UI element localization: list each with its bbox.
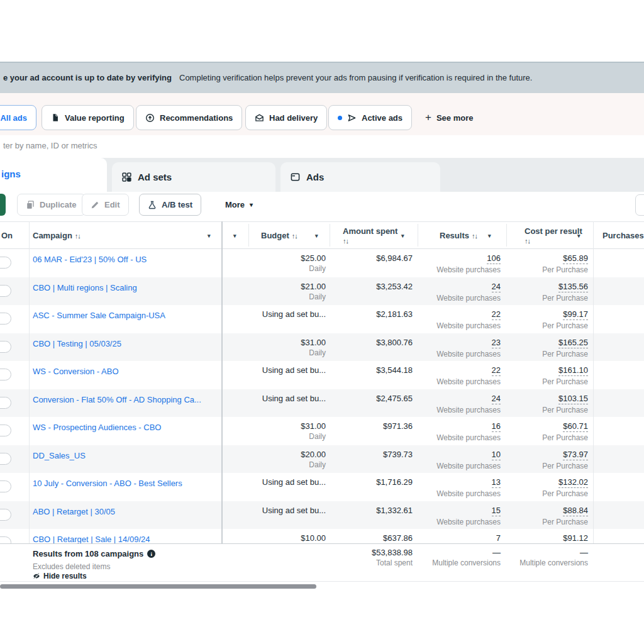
create-button-fragment[interactable] xyxy=(0,194,6,216)
cost-per-result-cell: $73.97Per Purchase xyxy=(503,450,588,470)
campaign-toggle[interactable] xyxy=(0,257,11,269)
document-icon xyxy=(51,113,60,122)
campaign-name-link[interactable]: 10 July - Conversion - ABO - Best Seller… xyxy=(33,479,182,488)
edit-button[interactable]: Edit xyxy=(82,194,129,216)
table-row[interactable]: 06 MAR - Eid'23 | 50% Off - US$25.00Dail… xyxy=(0,249,644,277)
campaign-name-link[interactable]: DD_Sales_US xyxy=(33,451,86,460)
tab-ads[interactable]: Ads xyxy=(280,162,440,192)
paper-plane-icon xyxy=(347,113,357,123)
filter-all-ads[interactable]: All ads xyxy=(0,105,36,130)
tab-campaigns-label: igns xyxy=(1,158,21,191)
cost-per-result-cell: $60.71Per Purchase xyxy=(503,421,588,442)
sort-icon: ↑↓ xyxy=(292,232,297,240)
campaign-name-link[interactable]: Conversion - Flat 50% Off - AD Shopping … xyxy=(33,395,201,404)
filter-had-delivery[interactable]: Had delivery xyxy=(245,105,327,130)
duplicate-button[interactable]: Duplicate xyxy=(17,194,86,216)
budget-cell: $21.00Daily xyxy=(250,282,326,301)
campaign-name-link[interactable]: 06 MAR - Eid'23 | 50% Off - US xyxy=(33,255,147,264)
divider xyxy=(593,221,594,582)
budget-cell: $31.00Daily xyxy=(250,421,326,441)
footer-total-spent: $53,838.98 Total spent xyxy=(330,548,413,567)
filter-recommendations[interactable]: Recommendations xyxy=(136,105,242,130)
budget-cell: Using ad set bu... xyxy=(250,477,326,487)
divider xyxy=(29,221,30,543)
campaign-name-link[interactable]: WS - Conversion - ABO xyxy=(33,367,119,376)
table-row[interactable]: Conversion - Flat 50% Off - AD Shopping … xyxy=(0,389,644,418)
filter-see-more[interactable]: + See more xyxy=(416,105,482,130)
tab-ad-sets-label: Ad sets xyxy=(138,172,172,182)
campaign-toggle[interactable] xyxy=(0,369,11,380)
col-results[interactable]: Results↑↓ xyxy=(440,231,477,240)
results-cell: 24Website purchases xyxy=(409,394,501,414)
table-row[interactable]: ABO | Retarget | 30/05Using ad set bu...… xyxy=(0,501,644,530)
budget-filter-icon[interactable]: ▾ xyxy=(315,233,318,239)
cost-per-result-cell: $99.17Per Purchase xyxy=(503,309,588,330)
budget-cell: Using ad set bu... xyxy=(250,365,326,375)
filter-had-delivery-label: Had delivery xyxy=(269,113,318,123)
table-row[interactable]: WS - Prospecting Audiences - CBO$31.00Da… xyxy=(0,417,644,445)
campaign-name-link[interactable]: CBO | Testing | 05/03/25 xyxy=(33,339,121,348)
divider xyxy=(506,224,507,247)
campaign-toggle[interactable] xyxy=(0,341,11,353)
col-campaign[interactable]: Campaign↑↓ xyxy=(33,231,80,240)
amount-spent-cell: $2,475.65 xyxy=(330,394,413,403)
table-row[interactable]: CBO | Testing | 05/03/25$31.00Daily$3,80… xyxy=(0,333,644,362)
edit-label: Edit xyxy=(104,200,120,209)
tab-ads-label: Ads xyxy=(306,172,324,182)
amount-spent-cell: $637.86 xyxy=(330,533,413,543)
amount-spent-cell: $739.73 xyxy=(330,450,413,459)
campaign-name-link[interactable]: ASC - Summer Sale Campaign-USA xyxy=(33,311,165,320)
frozen-pane-divider[interactable] xyxy=(221,221,223,582)
horizontal-scrollbar[interactable] xyxy=(0,584,316,589)
campaign-name-link[interactable]: WS - Prospecting Audiences - CBO xyxy=(33,423,161,432)
grid-icon xyxy=(122,172,131,182)
results-filter-icon[interactable]: ▾ xyxy=(488,233,491,239)
cost-per-result-cell: $132.02Per Purchase xyxy=(503,477,588,498)
campaign-toggle[interactable] xyxy=(0,509,11,521)
campaign-toggle[interactable] xyxy=(0,313,11,325)
filter-active-ads[interactable]: Active ads xyxy=(328,105,412,130)
campaign-name-link[interactable]: CBO | Multi regions | Scaling xyxy=(33,283,137,292)
col-purchases[interactable]: Purchases xyxy=(602,231,644,240)
table-row[interactable]: ASC - Summer Sale Campaign-USAUsing ad s… xyxy=(0,305,644,333)
ab-test-button[interactable]: A/B test xyxy=(139,194,201,216)
campaign-toggle[interactable] xyxy=(0,480,11,492)
info-icon[interactable]: i xyxy=(147,550,155,558)
campaign-name-link[interactable]: ABO | Retarget | 30/05 xyxy=(33,507,115,516)
col-budget[interactable]: Budget↑↓ xyxy=(261,231,297,240)
cost-filter-icon[interactable]: ▾ xyxy=(577,233,580,239)
narrow-col-filter-icon[interactable]: ▾ xyxy=(233,233,236,239)
table-body: 06 MAR - Eid'23 | 50% Off - US$25.00Dail… xyxy=(0,249,644,557)
amount-spent-cell: $1,332.61 xyxy=(330,506,413,515)
budget-cell: Using ad set bu... xyxy=(250,309,326,319)
campaign-toggle[interactable] xyxy=(0,397,11,409)
table-row[interactable]: WS - Conversion - ABOUsing ad set bu...$… xyxy=(0,361,644,389)
tab-campaigns[interactable]: igns xyxy=(0,158,107,192)
tab-ad-sets[interactable]: Ad sets xyxy=(112,162,275,192)
table-row[interactable]: 10 July - Conversion - ABO - Best Seller… xyxy=(0,473,644,501)
table-header: On Campaign↑↓ ▾ ▾ Budget↑↓ ▾ Amount spen… xyxy=(0,221,644,249)
banner-bold-text: e your ad account is up to date by verif… xyxy=(3,63,172,93)
table-row[interactable]: CBO | Multi regions | Scaling$21.00Daily… xyxy=(0,277,644,306)
search-bar[interactable]: ter by name, ID or metrics xyxy=(0,135,644,158)
search-placeholder: ter by name, ID or metrics xyxy=(3,135,97,157)
partial-button[interactable] xyxy=(635,194,644,216)
campaign-toggle[interactable] xyxy=(0,285,11,297)
filter-value-reporting[interactable]: Value reporting xyxy=(42,105,134,130)
col-amount-spent[interactable]: Amount spent↑↓ xyxy=(343,226,406,246)
more-button[interactable]: More ▾ xyxy=(217,194,261,216)
footer-cost: — Multiple conversions xyxy=(503,548,588,567)
excludes-note: Excludes deleted items xyxy=(33,562,110,571)
results-cell: 13Website purchases xyxy=(409,477,501,498)
hide-results-button[interactable]: Hide results xyxy=(33,572,87,580)
campaign-filter-icon[interactable]: ▾ xyxy=(208,233,211,239)
active-dot-icon xyxy=(338,116,342,120)
amount-filter-icon[interactable]: ▾ xyxy=(401,233,404,239)
campaign-toggle[interactable] xyxy=(0,425,11,436)
results-cell: 22Website purchases xyxy=(409,309,501,330)
campaign-name-link[interactable]: CBO | Retarget | Sale | 14/09/24 xyxy=(33,535,150,544)
campaign-toggle[interactable] xyxy=(0,453,11,465)
table-row[interactable]: DD_Sales_US$20.00Daily$739.7310Website p… xyxy=(0,445,644,474)
flask-icon xyxy=(148,201,157,209)
col-on[interactable]: On xyxy=(1,231,13,240)
